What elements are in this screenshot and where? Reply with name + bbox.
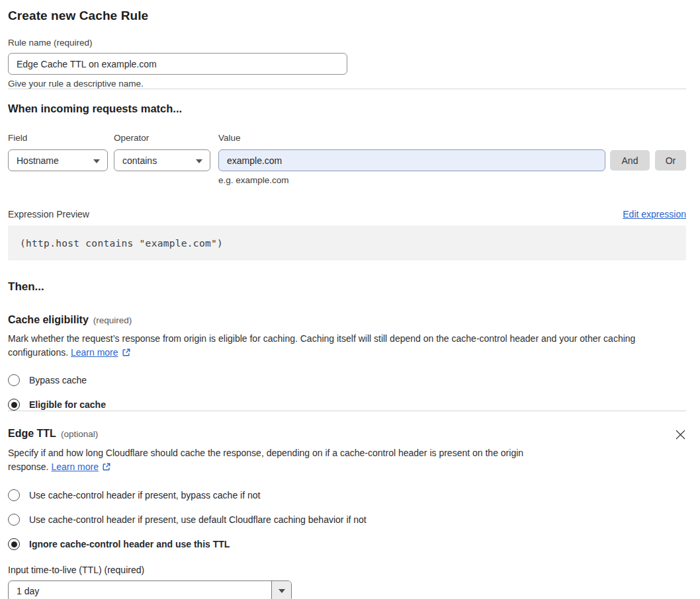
expression-preview-label: Expression Preview (8, 209, 89, 220)
radio-bypass-cache[interactable]: Bypass cache (8, 374, 686, 386)
expression-preview-row: Expression Preview Edit expression (8, 209, 686, 220)
cache-eligibility-options: Bypass cache Eligible for cache (8, 374, 686, 411)
learn-more-link[interactable]: Learn more (71, 347, 118, 358)
edge-ttl-heading: Edge TTL (8, 428, 56, 440)
radio-use-cache-control-default[interactable]: Use cache-control header if present, use… (8, 514, 686, 526)
radio-icon (8, 514, 20, 526)
match-heading: When incoming requests match... (8, 102, 686, 115)
radio-ignore-cache-control[interactable]: Ignore cache-control header and use this… (8, 538, 686, 550)
operator-select-value: contains (122, 155, 157, 166)
field-select[interactable]: Hostname (8, 149, 108, 171)
radio-icon (8, 374, 20, 386)
radio-label: Use cache-control header if present, use… (29, 514, 367, 525)
value-label: Value (218, 133, 241, 143)
section-divider (8, 411, 686, 411)
radio-eligible-for-cache[interactable]: Eligible for cache (8, 399, 686, 411)
radio-icon (8, 489, 20, 501)
chevron-down-icon (93, 159, 100, 163)
cache-eligibility-description: Mark whether the request’s response from… (8, 332, 686, 361)
radio-label: Eligible for cache (29, 399, 106, 410)
expression-code-box: (http.host contains "example.com") (8, 225, 686, 260)
edge-ttl-qualifier: (optional) (61, 429, 98, 439)
learn-more-link[interactable]: Learn more (51, 461, 99, 472)
chevron-down-icon (196, 159, 202, 163)
create-cache-rule-form: Create new Cache Rule Rule name (require… (0, 9, 700, 599)
rule-name-label: Rule name (required) (8, 38, 686, 48)
then-heading: Then... (8, 280, 686, 294)
edge-ttl-description: Specify if and how long Cloudflare shoul… (8, 446, 562, 475)
expression-code: (http.host contains "example.com") (20, 238, 223, 249)
close-icon[interactable] (675, 429, 686, 440)
radio-label: Bypass cache (29, 375, 87, 385)
cache-eligibility-header: Cache eligibility (required) (8, 314, 686, 326)
cache-eligibility-heading: Cache eligibility (8, 314, 89, 326)
match-labels-row: Field Operator Value (8, 133, 686, 143)
section-divider (8, 89, 686, 89)
cache-eligibility-qualifier: (required) (93, 315, 132, 325)
and-button[interactable]: And (610, 150, 650, 171)
operator-select[interactable]: contains (114, 149, 210, 171)
radio-use-cache-control-bypass[interactable]: Use cache-control header if present, byp… (8, 489, 686, 501)
radio-label: Ignore cache-control header and use this… (29, 539, 230, 549)
ttl-select-arrow-button[interactable] (271, 581, 291, 599)
page-title: Create new Cache Rule (8, 9, 686, 23)
ttl-select-value: 1 day (9, 581, 271, 599)
edge-ttl-header: Edge TTL (optional) (8, 428, 686, 440)
field-select-value: Hostname (17, 155, 59, 166)
radio-icon-selected (8, 399, 20, 411)
value-input[interactable] (218, 149, 605, 171)
ttl-select[interactable]: 1 day (8, 580, 292, 599)
edge-ttl-options: Use cache-control header if present, byp… (8, 489, 686, 550)
edit-expression-link[interactable]: Edit expression (623, 209, 686, 220)
ttl-input-label: Input time-to-live (TTL) (required) (8, 565, 686, 575)
rule-name-input[interactable] (8, 53, 347, 75)
operator-label: Operator (114, 133, 218, 143)
field-label: Field (8, 133, 114, 143)
chevron-down-icon (279, 589, 285, 593)
external-link-icon (102, 461, 111, 475)
rule-name-help: Give your rule a descriptive name. (8, 79, 686, 89)
match-controls-row: Hostname contains And Or (8, 149, 686, 171)
radio-icon-selected (8, 538, 20, 550)
external-link-icon (122, 347, 131, 361)
value-help: e.g. example.com (218, 175, 686, 185)
or-button[interactable]: Or (655, 150, 686, 171)
radio-label: Use cache-control header if present, byp… (29, 490, 260, 500)
